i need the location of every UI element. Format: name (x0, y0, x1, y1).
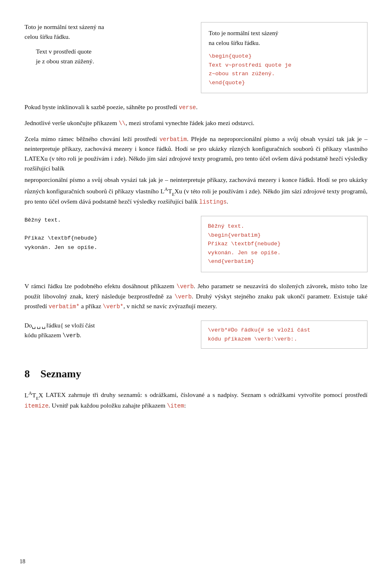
top-left-quote-text: Text v prostředí quote je z obou stran z… (24, 47, 187, 66)
para-verb-intro: V rámci řádku lze podobného efektu dosáh… (24, 281, 368, 312)
top-right-col-box: Toto je normální text sázený na celou ší… (201, 22, 368, 93)
verbatim-right-box: Běžný text. \begin{verbatim} Příkaz \tex… (201, 216, 368, 272)
verbatim-code: verbatim (159, 136, 187, 143)
backslash-code: \\ (119, 120, 126, 127)
para-verbatim-intro: Zcela mimo rámec běžného chování leží pr… (24, 134, 368, 174)
verbatim-star-code: verbatim* (49, 303, 80, 310)
para-verbatim-cont: neproporcionální písmo a svůj obsah vysá… (24, 175, 368, 206)
quote-right-code: \begin{quote} Text v~prostředí quote je … (209, 52, 360, 87)
bottom-right-box: \verb*#Do řádku{# se vloží část kódu pří… (201, 320, 368, 349)
verb-code-1: \verb (176, 283, 194, 290)
section-8-heading: 8 Seznamy (24, 366, 368, 382)
top-two-col-section: Toto je normální text sázený na celou ší… (24, 22, 368, 93)
itemize-code: itemize (24, 403, 49, 409)
verbatim-left-text: Běžný text. Příkaz \textbf{nebude} vykon… (24, 216, 187, 252)
para-verse-commands: Jednotlivé verše ukončujte příkazem \\, … (24, 118, 368, 128)
item-code: \item (167, 403, 184, 409)
verbatim-two-col-section: Běžný text. Příkaz \textbf{nebude} vykon… (24, 216, 368, 272)
verb-inline-code: \verb (62, 332, 80, 339)
top-left-text: Toto je normální text sázený na celou ší… (24, 22, 187, 42)
section-para-lists: LATEX LATEX zahrnuje tři druhy seznamů: … (24, 389, 368, 410)
bottom-left-col: Do␣␣␣řádku{ se vloží část kódu příkazem … (24, 320, 191, 340)
top-left-col: Toto je normální text sázený na celou ší… (24, 22, 191, 93)
verb-star-code: \verb* (103, 303, 123, 310)
bottom-two-col-section: Do␣␣␣řádku{ se vloží část kódu příkazem … (24, 320, 368, 349)
para-verse: Pokud byste inklinovali k sazbě poezie, … (24, 102, 368, 112)
listings-code: listings (199, 199, 227, 205)
verse-code: verse (179, 104, 196, 111)
verb-code-2: \verb (174, 294, 192, 300)
verbatim-left-col: Běžný text. Příkaz \textbf{nebude} vykon… (24, 216, 191, 258)
quote-right-text: Toto je normální text sázený na celou ší… (209, 28, 360, 48)
